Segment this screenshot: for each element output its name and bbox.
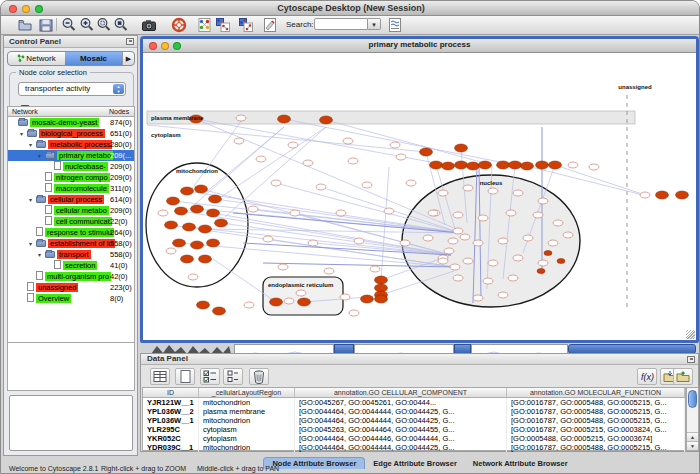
snapshot-icon[interactable] <box>141 17 157 33</box>
tab-mosaic[interactable]: Mosaic <box>65 52 122 65</box>
zoom-selected-icon[interactable] <box>96 17 112 33</box>
file-icon <box>54 260 61 269</box>
attribute-select-icon[interactable] <box>150 368 170 385</box>
layout-icon-2[interactable] <box>238 17 254 33</box>
scroll-down-icon[interactable]: ▼ <box>687 441 698 450</box>
tree-item-label: cellular metabo <box>54 206 109 215</box>
save-icon[interactable] <box>38 17 54 33</box>
folder-icon <box>45 152 55 159</box>
file-icon <box>54 161 61 170</box>
table-cell: [GO:0044464, GO:0044446, GO:0044444, G..… <box>295 434 507 443</box>
tab-network[interactable]: Network <box>8 52 65 65</box>
attribute-table[interactable]: ID_cellularLayoutRegionannotation.GO CEL… <box>142 387 686 451</box>
scroll-up-icon[interactable]: ▲ <box>687 432 698 441</box>
zoom-in-icon[interactable] <box>79 17 95 33</box>
table-cell: [GO:0016787, GO:0005488, GO:0005215, G..… <box>507 443 685 452</box>
tree-row[interactable]: cell communicat22(0) <box>8 216 134 227</box>
node-count: 22(0) <box>110 216 128 227</box>
help-icon[interactable] <box>171 17 187 33</box>
table-cell: [GO:0016787, GO:0005488, GO:0005215, G..… <box>507 416 685 425</box>
node-count: 614(0) <box>110 194 132 205</box>
table-row[interactable]: YPL036W__1mitochondrion[GO:0044464, GO:0… <box>143 416 685 425</box>
network-graph[interactable]: plasma membranecytoplasmmitochondrionnuc… <box>143 53 696 340</box>
float-panel-icon[interactable] <box>687 356 695 363</box>
network-view-window[interactable]: primary metabolic process plasma membran… <box>140 36 699 343</box>
table-cell: [GO:0016787, GO:0005488, GO:0005215, G..… <box>507 398 685 407</box>
table-cell: cytoplasm <box>199 434 295 443</box>
tree-row[interactable]: ▾primary metabo209(... <box>8 150 134 161</box>
layout-icon-1[interactable] <box>215 17 231 33</box>
search-input[interactable] <box>314 18 368 30</box>
tree-row[interactable]: ▾biological_process651(0) <box>8 128 134 139</box>
tree-row[interactable]: macromolecule311(0) <box>8 183 134 194</box>
tree-row[interactable]: multi-organism pro42(0) <box>8 271 134 282</box>
tree-row[interactable]: response to stimulu264(0) <box>8 227 134 238</box>
tree-row[interactable]: cellular metabo209(0) <box>8 205 134 216</box>
load-attributes-icon[interactable] <box>673 368 693 385</box>
tree-row[interactable]: mosaic-demo-yeast874(0) <box>8 117 134 128</box>
table-scrollbar[interactable]: ▲ ▼ <box>686 387 699 451</box>
table-cell: [GO:0044464, GO:0044444, GO:0044425, G..… <box>295 416 507 425</box>
table-row[interactable]: YPL036W__2plasma membrane[GO:0044464, GO… <box>143 407 685 416</box>
float-panel-icon[interactable] <box>126 38 134 45</box>
file-icon <box>36 271 43 280</box>
column-header[interactable]: annotation.GO MOLECULAR_FUNCTION <box>507 388 685 397</box>
tree-row[interactable]: nitrogen compo209(0) <box>8 172 134 183</box>
tree-row[interactable]: ▾transport558(0) <box>8 249 134 260</box>
tree-item-label: biological_process <box>39 129 105 138</box>
report-icon[interactable] <box>387 17 403 33</box>
birdseye-view-panel[interactable] <box>9 395 133 451</box>
tree-row[interactable]: ▾establishment of lo558(0) <box>8 238 134 249</box>
tree-item-label: response to stimulu <box>45 228 114 237</box>
search-dropdown-icon[interactable]: ▼ <box>368 18 381 30</box>
tree-item-label: transport <box>57 250 91 259</box>
network-window-titlebar[interactable]: primary metabolic process <box>143 39 696 53</box>
delete-attribute-icon[interactable] <box>249 368 269 385</box>
control-panel-tabs: Network Mosaic ▶ <box>7 51 135 66</box>
tree-row[interactable]: ▾metabolic process280(0) <box>8 139 134 150</box>
attribute-browser-tabs: Node Attribute BrowserEdge Attribute Bro… <box>140 452 699 464</box>
column-header[interactable]: annotation.GO CELLULAR_COMPONENT <box>295 388 507 397</box>
open-icon[interactable] <box>17 17 33 33</box>
zoom-fit-icon[interactable] <box>113 17 129 33</box>
resize-grip[interactable] <box>686 330 695 339</box>
formula-builder-icon[interactable]: f(x) <box>637 368 657 385</box>
file-icon <box>27 282 34 291</box>
attribute-checklist-icon[interactable] <box>200 368 220 385</box>
table-cell: [GO:0016787, GO:0005215, GO:0003824, G..… <box>507 425 685 434</box>
folder-icon <box>36 240 46 247</box>
tree-row[interactable]: ▾cellular process614(0) <box>8 194 134 205</box>
app-titlebar: Cytoscape Desktop (New Session) <box>1 1 700 16</box>
table-row[interactable]: YJR121W__1mitochondrion[GO:0045267, GO:0… <box>143 398 685 407</box>
new-attribute-icon[interactable] <box>175 368 195 385</box>
column-header[interactable]: ID <box>143 388 199 397</box>
tree-row[interactable]: unassigned223(0) <box>8 282 134 293</box>
table-row[interactable]: YLR295Ccytoplasm[GO:0045263, GO:0044464,… <box>143 425 685 434</box>
column-header[interactable]: _cellularLayoutRegion <box>199 388 295 397</box>
tree-row[interactable]: Overview8(0) <box>8 293 134 304</box>
tree-item-label: primary metabo <box>57 151 113 160</box>
svg-text:endoplasmic reticulum: endoplasmic reticulum <box>268 282 333 288</box>
annotation-icon[interactable] <box>262 17 278 33</box>
folder-icon <box>18 119 28 126</box>
tree-item-label: metabolic process <box>48 140 112 149</box>
tree-item-label: nucleobase- <box>63 162 108 171</box>
tree-panel-fill <box>7 343 135 391</box>
table-cell: cytoplasm <box>199 425 295 434</box>
tree-row[interactable]: nucleobase-209(0) <box>8 161 134 172</box>
scrollbar-thumb[interactable] <box>688 390 697 408</box>
network-overlay-icon[interactable] <box>197 17 213 33</box>
tree-row[interactable]: secretion41(0) <box>8 260 134 271</box>
table-row[interactable]: YDR039C__1mitochondrion[GO:0044464, GO:0… <box>143 443 685 452</box>
table-cell: mitochondrion <box>199 416 295 425</box>
table-row[interactable]: YKR052Ccytoplasm[GO:0044464, GO:0044446,… <box>143 434 685 443</box>
table-cell: [GO:0045263, GO:0044464, GO:0044455, G..… <box>295 425 507 434</box>
app-title: Cytoscape Desktop (New Session) <box>1 3 700 13</box>
network-canvas[interactable]: plasma membranecytoplasmmitochondrionnuc… <box>143 53 696 340</box>
tree-item-label: multi-organism pro <box>45 272 111 281</box>
zoom-out-icon[interactable] <box>61 17 77 33</box>
folder-icon <box>45 251 55 258</box>
tab-overflow-icon[interactable]: ▶ <box>122 52 134 65</box>
attribute-unselect-icon[interactable] <box>223 368 243 385</box>
node-color-dropdown[interactable]: transporter activity ▲▼ <box>18 82 126 96</box>
